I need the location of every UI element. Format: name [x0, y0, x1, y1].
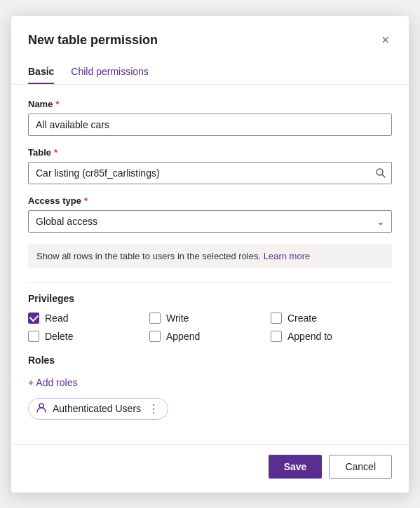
- privileges-grid: Read Write Create Delete Append: [28, 313, 392, 342]
- roles-label: Roles: [28, 355, 392, 366]
- svg-line-1: [382, 174, 385, 177]
- privilege-delete-label: Delete: [45, 331, 73, 342]
- cancel-button[interactable]: Cancel: [329, 455, 392, 479]
- new-table-permission-dialog: New table permission × Basic Child permi…: [11, 16, 409, 493]
- roles-section: Roles + Add roles Authenticated Users ⋮: [28, 355, 392, 420]
- privilege-append-checkbox[interactable]: [149, 331, 161, 342]
- role-tag-authenticated-users: Authenticated Users ⋮: [28, 398, 168, 420]
- svg-point-2: [39, 404, 43, 408]
- privilege-append-to-checkbox[interactable]: [271, 331, 282, 342]
- name-input[interactable]: [28, 114, 392, 136]
- tab-bar: Basic Child permissions: [11, 50, 409, 85]
- privilege-delete-checkbox[interactable]: [28, 331, 39, 342]
- dialog-title: New table permission: [28, 33, 158, 48]
- tab-child-permissions[interactable]: Child permissions: [71, 60, 148, 84]
- privilege-read-row: Read: [28, 313, 149, 324]
- table-label: Table*: [28, 147, 392, 158]
- access-type-select[interactable]: Global access Organization Parent: [28, 210, 392, 233]
- table-search-button[interactable]: [375, 167, 386, 179]
- save-button[interactable]: Save: [269, 455, 323, 479]
- privilege-append-label: Append: [166, 331, 200, 342]
- privileges-label: Privileges: [28, 293, 392, 304]
- privilege-create-row: Create: [271, 313, 392, 324]
- name-field-group: Name*: [28, 99, 392, 136]
- privilege-read-checkbox[interactable]: [28, 313, 39, 324]
- access-type-label: Access type*: [28, 195, 392, 206]
- privilege-write-checkbox[interactable]: [149, 313, 161, 324]
- privilege-write-label: Write: [166, 313, 189, 324]
- privilege-create-label: Create: [287, 313, 317, 324]
- privilege-read-label: Read: [45, 313, 68, 324]
- close-button[interactable]: ×: [379, 30, 392, 50]
- user-icon: [36, 402, 47, 416]
- privilege-append-to-label: Append to: [287, 331, 332, 342]
- dialog-footer: Save Cancel: [11, 444, 409, 493]
- privilege-append-to-row: Append to: [271, 331, 392, 342]
- divider: [28, 282, 392, 283]
- tab-basic[interactable]: Basic: [28, 60, 54, 84]
- access-type-info-box: Show all rows in the table to users in t…: [28, 244, 392, 268]
- add-roles-button[interactable]: + Add roles: [28, 374, 77, 391]
- role-options-button[interactable]: ⋮: [148, 402, 159, 416]
- privilege-append-row: Append: [149, 331, 271, 342]
- table-field-group: Table*: [28, 147, 392, 184]
- privilege-write-row: Write: [149, 313, 271, 324]
- role-tag-label: Authenticated Users: [53, 403, 141, 414]
- privilege-create-checkbox[interactable]: [271, 313, 282, 324]
- name-label: Name*: [28, 99, 392, 109]
- table-search-wrapper: [28, 162, 392, 184]
- privilege-delete-row: Delete: [28, 331, 149, 342]
- access-type-select-wrapper: Global access Organization Parent ⌄: [28, 210, 392, 233]
- access-type-field-group: Access type* Global access Organization …: [28, 195, 392, 233]
- dialog-body: Name* Table* Access type*: [11, 85, 409, 444]
- search-icon: [375, 167, 386, 179]
- table-input[interactable]: [28, 162, 392, 184]
- dialog-header: New table permission ×: [11, 16, 409, 50]
- learn-more-link[interactable]: Learn more: [264, 251, 310, 261]
